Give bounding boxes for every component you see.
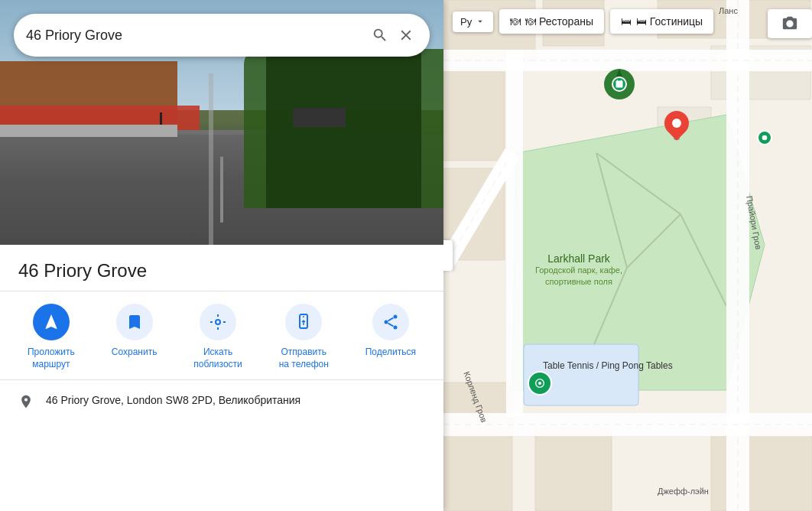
- park-label: Larkhall Park Городской парк, кафе,спорт…: [535, 252, 622, 288]
- actions-row: Проложитьмаршрут Сохранить Искатьпоблизо…: [0, 291, 443, 380]
- search-bar: [14, 14, 430, 57]
- svg-rect-12: [443, 69, 505, 161]
- nearby-action[interactable]: Искатьпоблизости: [193, 304, 242, 370]
- hotels-icon: 🛏: [621, 15, 632, 28]
- location-pin: [664, 111, 689, 142]
- svg-line-5: [388, 324, 393, 327]
- dropdown-icon: [475, 16, 486, 27]
- right-green-marker: [757, 130, 772, 145]
- svg-point-32: [538, 382, 541, 385]
- svg-point-33: [762, 135, 768, 141]
- hotels-button[interactable]: 🛏 🛏 Гостиницы: [610, 9, 713, 34]
- collapse-panel-button[interactable]: [443, 240, 453, 271]
- map-type-label: Ру: [460, 16, 472, 28]
- clear-button[interactable]: [395, 24, 417, 47]
- nearby-icon: [209, 313, 227, 331]
- map-svg: [443, 0, 812, 511]
- map-type-button[interactable]: Ру: [453, 11, 493, 32]
- table-tennis-marker: [528, 371, 552, 395]
- park-name: Larkhall Park: [535, 252, 622, 265]
- nearby-label: Искатьпоблизости: [193, 347, 242, 370]
- location-pin-icon: [18, 394, 34, 412]
- share-action[interactable]: Поделиться: [365, 304, 416, 359]
- address-section: 46 Priory Grove, London SW8 2PD, Великоб…: [0, 380, 443, 425]
- share-button[interactable]: [372, 304, 409, 340]
- photos-button[interactable]: [768, 9, 812, 38]
- camera-icon: [781, 15, 798, 32]
- directions-label: Проложитьмаршрут: [28, 347, 75, 370]
- restaurants-icon: 🍽: [510, 15, 521, 28]
- search-button[interactable]: [369, 24, 391, 47]
- svg-point-2: [393, 315, 397, 319]
- svg-rect-17: [535, 428, 612, 511]
- svg-point-0: [216, 320, 220, 324]
- pin-body: [659, 106, 693, 140]
- save-button[interactable]: [116, 304, 153, 340]
- hotels-label: 🛏 Гостиницы: [636, 15, 703, 28]
- restaurants-button[interactable]: 🍽 🍽 Рестораны: [499, 9, 604, 34]
- send-label: Отправитьна телефон: [279, 347, 329, 370]
- table-tennis-label: Table Tennis / Ping Pong Tables: [543, 360, 673, 373]
- svg-line-6: [388, 318, 393, 321]
- send-to-phone-icon: [294, 313, 313, 331]
- bookmark-icon: [125, 313, 144, 331]
- svg-point-3: [384, 321, 388, 324]
- place-title: 46 Priory Grove: [18, 260, 425, 282]
- restaurants-label: 🍽 Рестораны: [525, 15, 593, 28]
- directions-button[interactable]: [33, 304, 70, 340]
- share-icon: [382, 313, 400, 331]
- svg-rect-27: [506, 50, 523, 417]
- nearby-button[interactable]: [200, 304, 236, 340]
- send-button[interactable]: [285, 304, 322, 340]
- map-toolbar: Ру 🍽 🍽 Рестораны 🛏 🛏 Гостиницы: [443, 9, 812, 34]
- park-green-marker: [612, 76, 627, 92]
- search-input[interactable]: [26, 28, 369, 44]
- map-panel[interactable]: Ру 🍽 🍽 Рестораны 🛏 🛏 Гостиницы Larkhall …: [443, 0, 812, 511]
- share-label: Поделиться: [365, 347, 416, 359]
- close-icon: [398, 27, 414, 44]
- svg-point-4: [393, 326, 397, 330]
- send-action[interactable]: Отправитьна телефон: [279, 304, 329, 370]
- directions-icon: [42, 313, 60, 331]
- place-info-section: 46 Priory Grove: [0, 245, 443, 291]
- park-subtitle: Городской парк, кафе,спортивные поля: [535, 265, 622, 288]
- search-icon: [372, 27, 388, 44]
- chevron-left-icon: [443, 250, 447, 261]
- save-action[interactable]: Сохранить: [112, 304, 158, 359]
- left-panel: 46 Priory Grove Проложитьмаршрут Сохрани…: [0, 0, 443, 511]
- save-label: Сохранить: [112, 347, 158, 359]
- jeff-label: Джефф-лэйн: [658, 487, 709, 496]
- directions-action[interactable]: Проложитьмаршрут: [28, 304, 75, 370]
- address-text: 46 Priory Grove, London SW8 2PD, Великоб…: [46, 392, 300, 408]
- svg-rect-15: [711, 428, 812, 511]
